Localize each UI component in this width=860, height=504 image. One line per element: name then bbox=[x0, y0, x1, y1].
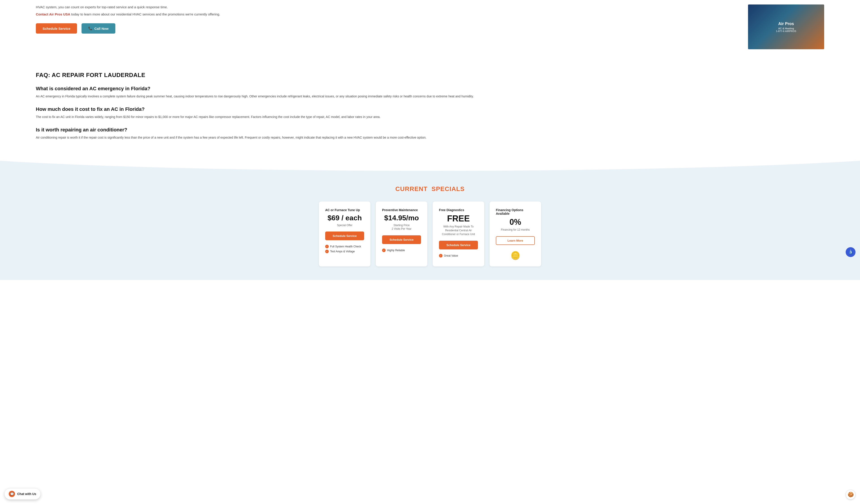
card-subtitle-maintenance: Starting Price2 Visits Per Year bbox=[382, 224, 421, 231]
special-card-maintenance: Preventive Maintenance $14.95/mo Startin… bbox=[376, 202, 427, 266]
specials-title: CURRENT SPECIALS bbox=[18, 185, 842, 192]
specials-grid: AC or Furnace Tune Up $69 / each Special… bbox=[18, 202, 842, 266]
call-now-button[interactable]: 📞 Call Now bbox=[82, 23, 115, 33]
cta-buttons: Schedule Service 📞 Call Now bbox=[36, 23, 734, 33]
card-title-maintenance: Preventive Maintenance bbox=[382, 208, 421, 212]
special-card-financing: Financing Options Available 0% Financing… bbox=[490, 202, 541, 266]
card-title-financing: Financing Options Available bbox=[496, 208, 535, 215]
card-subtitle-diagnostics: With Any Repair Made To Residential Cent… bbox=[439, 225, 478, 236]
accessibility-button[interactable]: ♿ bbox=[846, 247, 856, 257]
card-price-diagnostics: FREE bbox=[439, 214, 478, 224]
intro-text: HVAC system, you can count on experts fo… bbox=[36, 4, 734, 10]
feature-reliable: ✓ Highly Reliable bbox=[382, 248, 421, 252]
contact-text: Contact Air Pros USA today to learn more… bbox=[36, 12, 734, 17]
top-section: HVAC system, you can count on experts fo… bbox=[0, 0, 860, 63]
card-price-maintenance: $14.95/mo bbox=[382, 214, 421, 222]
schedule-maintenance-button[interactable]: Schedule Service bbox=[382, 235, 421, 244]
card-price-financing: 0% bbox=[496, 218, 535, 227]
wave-separator bbox=[0, 161, 860, 174]
faq-answer-2: The cost to fix an AC unit in Florida va… bbox=[36, 114, 824, 120]
learn-more-button[interactable]: Learn More bbox=[496, 236, 535, 245]
faq-answer-1: An AC emergency in Florida typically inv… bbox=[36, 94, 824, 99]
special-card-tuneup: AC or Furnace Tune Up $69 / each Special… bbox=[319, 202, 370, 266]
special-card-diagnostics: Free Diagnostics FREE With Any Repair Ma… bbox=[433, 202, 484, 266]
financing-icon: 🪙 bbox=[496, 251, 535, 260]
card-subtitle-tuneup: Special Offer bbox=[325, 224, 364, 227]
check-icon: ✓ bbox=[439, 254, 443, 258]
faq-main-title: FAQ: AC REPAIR FORT LAUDERDALE bbox=[36, 72, 824, 78]
card-features-diagnostics: ✓ Great Value bbox=[439, 254, 478, 258]
svg-text:♿: ♿ bbox=[849, 250, 853, 254]
feature-great-value: ✓ Great Value bbox=[439, 254, 478, 258]
schedule-service-button[interactable]: Schedule Service bbox=[36, 23, 77, 33]
feature-amps: ✓ Test Amps & Voltage bbox=[325, 250, 364, 253]
faq-question-3: Is it worth repairing an air conditioner… bbox=[36, 127, 824, 133]
faq-section: FAQ: AC REPAIR FORT LAUDERDALE What is c… bbox=[0, 63, 860, 161]
schedule-diagnostics-button[interactable]: Schedule Service bbox=[439, 241, 478, 249]
card-subtitle-financing: Financing for 12 months bbox=[496, 228, 535, 232]
top-content: HVAC system, you can count on experts fo… bbox=[36, 4, 734, 49]
faq-question-2: How much does it cost to fix an AC in Fl… bbox=[36, 106, 824, 112]
team-image: Air Pros AC & Heating 1-877-6 AIRPROS bbox=[748, 4, 824, 49]
faq-item-1: What is considered an AC emergency in Fl… bbox=[36, 86, 824, 99]
check-icon: ✓ bbox=[325, 250, 329, 253]
faq-answer-3: Air conditioning repair is worth it if t… bbox=[36, 135, 824, 140]
phone-icon: 📞 bbox=[88, 26, 92, 30]
faq-item-3: Is it worth repairing an air conditioner… bbox=[36, 127, 824, 140]
faq-question-1: What is considered an AC emergency in Fl… bbox=[36, 86, 824, 91]
accessibility-icon: ♿ bbox=[848, 249, 853, 255]
card-features-maintenance: ✓ Highly Reliable bbox=[382, 248, 421, 252]
check-icon: ✓ bbox=[325, 245, 329, 248]
specials-section: CURRENT SPECIALS AC or Furnace Tune Up $… bbox=[0, 174, 860, 280]
schedule-tuneup-button[interactable]: Schedule Service bbox=[325, 231, 364, 240]
card-title-tuneup: AC or Furnace Tune Up bbox=[325, 208, 364, 212]
card-features-tuneup: ✓ Full System Health Check ✓ Test Amps &… bbox=[325, 245, 364, 253]
feature-health-check: ✓ Full System Health Check bbox=[325, 245, 364, 248]
card-price-tuneup: $69 / each bbox=[325, 214, 364, 222]
card-title-diagnostics: Free Diagnostics bbox=[439, 208, 478, 212]
contact-link[interactable]: Contact Air Pros USA bbox=[36, 12, 70, 16]
faq-item-2: How much does it cost to fix an AC in Fl… bbox=[36, 106, 824, 120]
check-icon: ✓ bbox=[382, 248, 386, 252]
